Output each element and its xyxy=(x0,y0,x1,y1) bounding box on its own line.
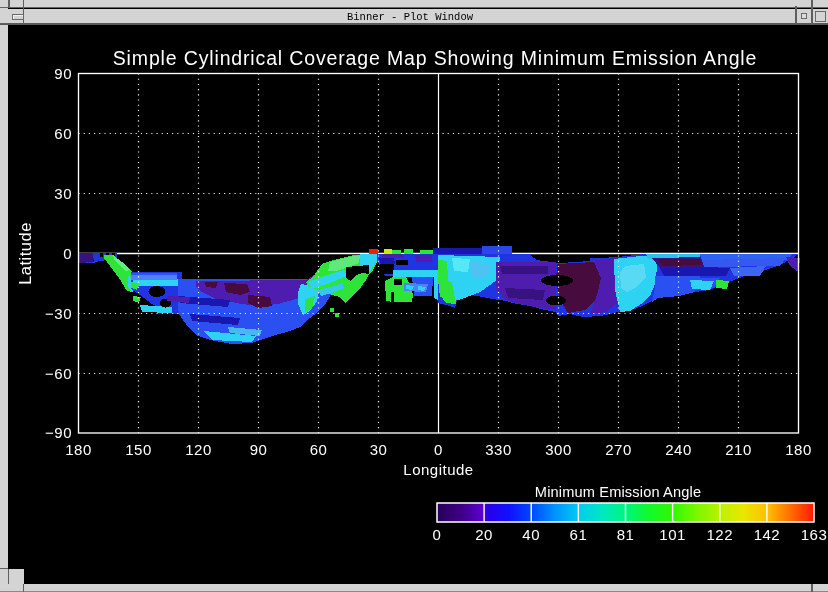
svg-text:30: 30 xyxy=(54,185,72,202)
svg-text:30: 30 xyxy=(370,441,388,458)
svg-text:120: 120 xyxy=(185,441,212,458)
svg-text:−30: −30 xyxy=(45,305,72,322)
svg-text:−90: −90 xyxy=(45,424,72,441)
svg-text:Minimum Emission Angle: Minimum Emission Angle xyxy=(535,484,701,500)
svg-text:122: 122 xyxy=(707,526,734,543)
svg-text:60: 60 xyxy=(54,125,72,142)
svg-text:90: 90 xyxy=(250,441,268,458)
svg-text:270: 270 xyxy=(605,441,632,458)
svg-text:0: 0 xyxy=(434,441,443,458)
svg-text:61: 61 xyxy=(570,526,588,543)
svg-text:90: 90 xyxy=(54,65,72,82)
svg-text:81: 81 xyxy=(617,526,635,543)
svg-text:300: 300 xyxy=(545,441,572,458)
svg-text:0: 0 xyxy=(63,245,72,262)
svg-text:142: 142 xyxy=(754,526,781,543)
svg-text:20: 20 xyxy=(475,526,493,543)
svg-text:0: 0 xyxy=(433,526,442,543)
svg-text:Latitude: Latitude xyxy=(16,222,34,285)
svg-text:180: 180 xyxy=(65,441,92,458)
svg-text:163: 163 xyxy=(801,526,828,543)
svg-text:Longitude: Longitude xyxy=(403,461,473,478)
svg-text:210: 210 xyxy=(725,441,752,458)
svg-text:Simple Cylindrical Coverage Ma: Simple Cylindrical Coverage Map Showing … xyxy=(113,47,757,69)
svg-text:330: 330 xyxy=(485,441,512,458)
svg-text:40: 40 xyxy=(522,526,540,543)
svg-text:150: 150 xyxy=(125,441,152,458)
svg-text:101: 101 xyxy=(659,526,686,543)
svg-text:−60: −60 xyxy=(45,365,72,382)
svg-text:240: 240 xyxy=(665,441,692,458)
svg-text:60: 60 xyxy=(310,441,328,458)
svg-text:180: 180 xyxy=(785,441,812,458)
